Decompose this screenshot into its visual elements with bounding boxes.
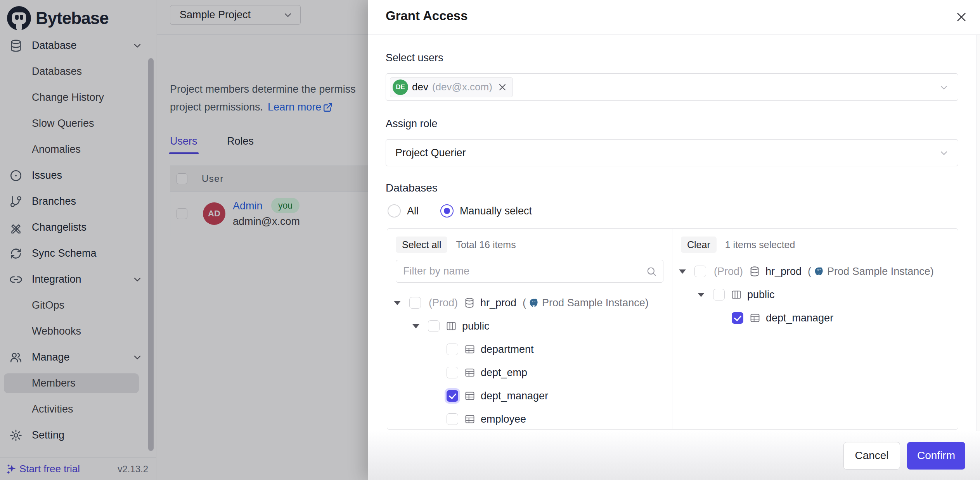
tree-checkbox-dept_manager[interactable] (732, 312, 743, 324)
tree-expand-caret[interactable] (698, 293, 713, 297)
select-users-label: Select users (386, 52, 958, 64)
selected-panel-header: Clear 1 items selected (672, 229, 958, 253)
radio-all-label: All (407, 205, 419, 217)
tree-checkbox-hr_prod[interactable] (694, 266, 706, 277)
search-icon (646, 266, 657, 277)
tree-checkbox-dept_emp[interactable] (447, 367, 458, 378)
chevron-down-icon (938, 148, 949, 159)
selected-items-count: 1 items selected (725, 239, 795, 250)
tree-row-public[interactable]: public (672, 283, 958, 306)
environment-label: (Prod) (714, 266, 743, 278)
role-select[interactable]: Project Querier (386, 139, 958, 166)
tree-expand-caret[interactable] (394, 301, 409, 305)
table-icon (464, 367, 475, 378)
tree-node-name: employee (481, 413, 526, 425)
cancel-button[interactable]: Cancel (843, 442, 900, 470)
database-transfer-panels: Select all Total 16 items (Prod)hr_prod(… (387, 228, 958, 430)
tree-checkbox-dept_manager[interactable] (447, 390, 458, 402)
tree-row-employee[interactable]: employee (387, 407, 672, 430)
databases-label: Databases (386, 182, 958, 194)
role-select-value: Project Querier (395, 147, 466, 159)
chevron-down-icon[interactable] (938, 82, 949, 93)
table-icon (464, 390, 475, 401)
tree-row-public[interactable]: public (387, 314, 672, 338)
clear-button[interactable]: Clear (681, 237, 717, 253)
screen: Bytebase DatabaseDatabasesChange History… (0, 0, 980, 480)
table-icon (464, 344, 475, 355)
selected-panel: Clear 1 items selected (Prod)hr_prod(Pro… (672, 229, 958, 429)
tree-node-name: public (462, 320, 490, 332)
tree-node-name: hr_prod (480, 297, 516, 309)
total-items-count: Total 16 items (456, 239, 516, 250)
database-scope-radios: All Manually select (386, 204, 958, 218)
tree-node-name: dept_manager (766, 312, 833, 324)
select-all-button[interactable]: Select all (396, 237, 447, 253)
tree-row-dept_manager[interactable]: dept_manager (387, 384, 672, 407)
selected-user-chip: DE dev (dev@x.com) (390, 77, 513, 97)
instance-open-paren: ( (523, 297, 526, 309)
tree-node-name: hr_prod (765, 266, 802, 278)
avatar: DE (393, 79, 408, 95)
chip-user-email: (dev@x.com) (432, 81, 492, 93)
drawer-body: Select users DE dev (dev@x.com) Assign r… (368, 35, 980, 431)
remove-user-icon[interactable] (498, 83, 507, 92)
tree-node-name: public (747, 289, 775, 301)
tree-checkbox-public[interactable] (428, 320, 440, 332)
source-panel-header: Select all Total 16 items (387, 229, 672, 253)
environment-label: (Prod) (429, 297, 458, 309)
source-tree: (Prod)hr_prod(Prod Sample Instance)publi… (387, 291, 672, 430)
tree-row-hr_prod[interactable]: (Prod)hr_prod(Prod Sample Instance) (387, 291, 672, 314)
table-icon (750, 313, 760, 323)
database-icon (464, 297, 475, 308)
tree-row-hr_prod[interactable]: (Prod)hr_prod(Prod Sample Instance) (672, 260, 958, 283)
selected-tree: (Prod)hr_prod(Prod Sample Instance)publi… (672, 260, 958, 330)
drawer-header: Grant Access (368, 0, 980, 35)
tree-node-name: dept_emp (481, 367, 527, 379)
instance-name: Prod Sample Instance) (827, 266, 934, 278)
instance-name: Prod Sample Instance) (542, 297, 649, 309)
schema-icon (731, 289, 742, 300)
chip-user-name: dev (412, 81, 428, 93)
grant-access-drawer: Grant Access Select users DE dev (dev@x.… (368, 0, 980, 480)
tree-checkbox-employee[interactable] (447, 413, 458, 425)
source-panel: Select all Total 16 items (Prod)hr_prod(… (387, 229, 672, 429)
radio-manual-label: Manually select (460, 205, 532, 217)
assign-role-label: Assign role (386, 118, 958, 130)
tree-node-name: department (481, 344, 534, 356)
postgresql-icon (528, 298, 539, 308)
filter-input-wrap (396, 260, 663, 283)
drawer-title: Grant Access (386, 9, 468, 23)
instance-open-paren: ( (808, 266, 811, 278)
postgresql-icon (814, 266, 824, 277)
tree-checkbox-public[interactable] (713, 289, 725, 300)
radio-manually-select[interactable] (440, 204, 454, 218)
tree-row-dept_emp[interactable]: dept_emp (387, 361, 672, 384)
schema-icon (446, 321, 457, 332)
tree-checkbox-hr_prod[interactable] (409, 297, 421, 309)
database-icon (749, 266, 760, 277)
tree-expand-caret[interactable] (412, 324, 428, 328)
table-icon (464, 414, 475, 425)
select-users-input[interactable]: DE dev (dev@x.com) (386, 73, 958, 101)
tree-row-department[interactable]: department (387, 338, 672, 361)
drawer-footer: Cancel Confirm (368, 431, 980, 480)
confirm-button[interactable]: Confirm (907, 442, 965, 470)
filter-input[interactable] (396, 265, 663, 277)
close-icon[interactable] (954, 9, 969, 25)
tree-checkbox-department[interactable] (447, 344, 458, 355)
tree-expand-caret[interactable] (679, 269, 694, 274)
tree-row-dept_manager[interactable]: dept_manager (672, 306, 958, 330)
radio-all[interactable] (388, 204, 401, 218)
tree-node-name: dept_manager (481, 390, 548, 402)
